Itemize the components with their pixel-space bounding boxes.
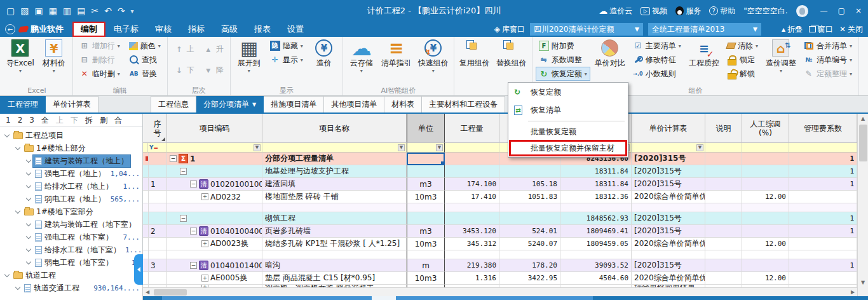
cell-code[interactable]: +AD0232: [167, 191, 262, 203]
cell-note[interactable]: [705, 285, 742, 287]
cell-qty[interactable]: [445, 165, 499, 178]
cell-seq[interactable]: [148, 238, 167, 250]
cell-name[interactable]: [262, 203, 407, 212]
filter-cell-note[interactable]: [705, 143, 742, 153]
scroll-down-icon[interactable]: ▼: [861, 278, 865, 287]
cell-calc[interactable]: 2020综合单价简单优惠: [632, 191, 705, 203]
expand-chevron-icon[interactable]: [26, 170, 31, 175]
table-row[interactable]: −Σ1分部分项工程量清单8243136.60[2020]315号1: [143, 153, 857, 165]
cell-calc[interactable]: 综合单价简单优惠: [632, 285, 705, 287]
cell-price[interactable]: 3422.95: [499, 272, 560, 285]
vertical-scrollbar[interactable]: ▲ ▼: [857, 114, 868, 287]
table-row[interactable]: 3−清010401014001暗沟m219.380178.2039093.52[…: [143, 259, 857, 272]
menu-tab-编制[interactable]: 编制: [72, 22, 105, 37]
tree-node[interactable]: 1#楼地下室部分: [0, 205, 142, 218]
cell-seq[interactable]: [148, 250, 167, 259]
cell-total[interactable]: 1809469.41: [560, 225, 632, 238]
tree-tool-1[interactable]: 1: [6, 116, 11, 125]
cell-total[interactable]: 1848562.93: [560, 212, 632, 225]
cell-unit[interactable]: [407, 250, 445, 259]
expand-chevron-icon[interactable]: [26, 182, 31, 188]
table-row[interactable]: 1−清010201001001建渣回填m3174.100105.1818311.…: [143, 178, 857, 191]
reuse-price-button[interactable]: 复用组价: [456, 38, 493, 69]
menu-tab-指标[interactable]: 指标: [180, 22, 213, 36]
restore-quota-button[interactable]: ↻恢复定额▾: [536, 67, 590, 81]
cell-mgmt[interactable]: 1: [789, 178, 857, 191]
cell-total[interactable]: 4504.60: [560, 272, 632, 285]
cell-seq[interactable]: [148, 212, 167, 225]
main-list-button[interactable]: ☑主要清单▾: [630, 39, 684, 53]
hide-button[interactable]: 隐隐藏▾: [267, 39, 306, 53]
cell-labor[interactable]: [742, 203, 789, 212]
cell-total[interactable]: 1809459.05: [560, 238, 632, 250]
library-window-button[interactable]: ◈ 库窗口: [494, 24, 525, 35]
expand-box-icon[interactable]: +: [201, 275, 208, 282]
show-button[interactable]: ✛显示▾: [267, 53, 306, 67]
paste-button[interactable]: ▤: [77, 6, 85, 16]
cell-calc[interactable]: [632, 203, 705, 212]
cell-seq[interactable]: 2: [148, 225, 167, 238]
column-header-note[interactable]: 说明: [705, 114, 742, 143]
cell-unit[interactable]: [407, 153, 445, 165]
cell-seq[interactable]: [148, 203, 167, 212]
expand-chevron-icon[interactable]: [26, 246, 31, 251]
cell-qty[interactable]: [445, 285, 499, 287]
cell-unit[interactable]: [407, 212, 445, 225]
quota-tidy-button[interactable]: ✎定额整理▾: [801, 67, 855, 81]
clear-button[interactable]: 清除▾: [724, 39, 761, 53]
cell-calc[interactable]: [2020]315号: [632, 212, 705, 225]
column-header-mgmt[interactable]: 管理费系数: [789, 114, 857, 143]
cell-unit[interactable]: m3: [407, 178, 445, 191]
cell-labor[interactable]: 12.00: [742, 238, 789, 250]
main-tab-措施项目清单[interactable]: 措施项目清单: [264, 96, 324, 112]
cell-code[interactable]: −: [167, 165, 262, 178]
cell-total[interactable]: 18311.84: [560, 178, 632, 191]
cell-mgmt[interactable]: 1: [789, 225, 857, 238]
tree-node[interactable]: 给排水工程（地上）1...: [0, 180, 142, 193]
cell-total[interactable]: 18312.36: [560, 191, 632, 203]
cell-code[interactable]: +AE0005换: [167, 272, 262, 285]
filter-cell-marker[interactable]: [143, 143, 148, 153]
demote-button[interactable]: ▼降: [200, 64, 227, 78]
delete-row-button[interactable]: ⊟删除行: [76, 53, 123, 67]
cell-qty[interactable]: 1.316: [445, 272, 499, 285]
cell-code[interactable]: +: [167, 285, 262, 287]
video-button[interactable]: ▷视频: [641, 6, 667, 17]
cell-name[interactable]: 垫层 商品混凝土 C15 [材*0.95]: [262, 272, 407, 285]
table-row[interactable]: [143, 203, 857, 212]
filter-cell-qty[interactable]: [445, 143, 499, 153]
lock-button[interactable]: 锁定: [724, 53, 761, 67]
main-tab-工程信息[interactable]: 工程信息: [151, 96, 196, 112]
tree-node[interactable]: 建筑与装饰工程（地下室）: [0, 218, 142, 231]
cell-calc[interactable]: [2020]315号: [632, 259, 705, 272]
cell-name[interactable]: 建渣回填: [262, 178, 407, 191]
tree-tool-3[interactable]: 3: [29, 116, 34, 125]
cell-code[interactable]: −清010401004001: [167, 225, 262, 238]
color-button[interactable]: 颜色▾: [126, 39, 164, 53]
cell-name[interactable]: 楼地面垫层 碎砖 干铺: [262, 191, 407, 203]
service-button[interactable]: 服务: [675, 6, 701, 17]
cell-total[interactable]: [560, 250, 632, 259]
tree-tool-删[interactable]: 删: [100, 115, 107, 126]
decimal-rule-button[interactable]: →.0小数规则: [630, 67, 684, 81]
cell-note[interactable]: [705, 259, 742, 272]
tree-tool-拆[interactable]: 拆: [85, 115, 93, 126]
cell-price[interactable]: [499, 165, 560, 178]
column-header-labor[interactable]: 人工综调(%): [742, 114, 789, 143]
quota-library-select[interactable]: 四川2020清单计价定额 ▼: [530, 23, 643, 36]
cell-note[interactable]: [705, 212, 742, 225]
cell-price[interactable]: 105.18: [499, 178, 560, 191]
tree-node[interactable]: 1#楼地上部分: [0, 142, 142, 154]
collapse-box-icon[interactable]: −: [180, 215, 187, 222]
cell-code[interactable]: [167, 203, 262, 212]
column-header-seq[interactable]: 序号: [148, 114, 167, 143]
expand-chevron-icon[interactable]: [26, 195, 31, 200]
cell-mgmt[interactable]: 1: [789, 259, 857, 272]
temp-delete-button[interactable]: ✕临时删▾: [76, 67, 123, 81]
filter-cell-unit[interactable]: ▼: [407, 143, 445, 153]
tree-tool-2[interactable]: 2: [18, 116, 23, 125]
price-compare-button[interactable]: 单价对比: [592, 38, 628, 69]
cell-price[interactable]: 1051.83: [499, 191, 560, 203]
coefficient-button[interactable]: ⇋系数调整: [536, 53, 590, 67]
cell-name[interactable]: 暗沟: [262, 259, 407, 272]
